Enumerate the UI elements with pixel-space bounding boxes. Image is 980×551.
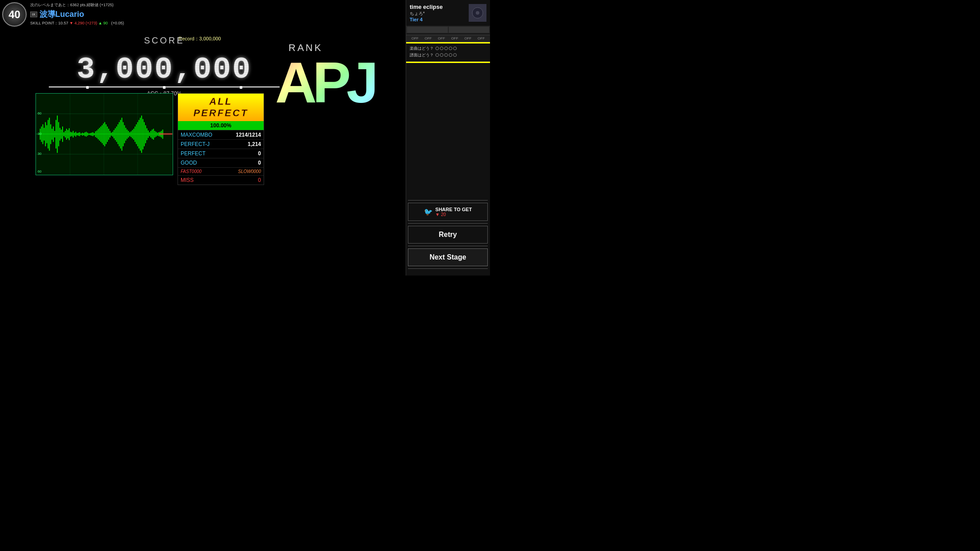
perfectj-label: PERFECT-J	[181, 141, 209, 147]
yellow-bar-2	[406, 62, 490, 63]
skill-row: SKILL POINT：10.57 ▼ 4,290 (+273) ▲ 90 (+…	[30, 20, 124, 26]
sep-1	[408, 200, 488, 201]
player-info: 40 次のレベルまであと：6362 pts.経験値 (+1725) IX 波導L…	[2, 2, 124, 27]
all-perfect-banner: ALL PERFECT	[178, 94, 264, 121]
next-stage-button[interactable]: Next Stage	[408, 248, 488, 266]
score-area: SCORE 3,000,000 ACC：87.70%	[36, 35, 293, 98]
svg-text:60: 60	[38, 169, 42, 173]
chart-rating-label: 譜面はどう？	[410, 52, 434, 58]
bar-dot	[240, 86, 242, 89]
svg-text:60: 60	[38, 111, 42, 115]
bar-dot	[86, 86, 89, 89]
player-badge: IX	[30, 12, 37, 17]
rating-section: 楽曲はどう？ 譜面はどう？	[406, 43, 490, 62]
fast-slow-row: FAST0000 SLOW0000	[178, 167, 264, 175]
svg-text:30: 30	[38, 132, 42, 136]
skill-down: ▼ 4,290 (+273)	[69, 21, 97, 25]
waveform-svg: 60 30 30 60	[36, 94, 173, 175]
sep-3	[408, 246, 488, 246]
player-name: 波導Lucario	[40, 9, 84, 20]
score-bar-container	[49, 87, 280, 89]
chart-circle-4[interactable]	[449, 53, 452, 57]
perfectj-row: PERFECT-J 1,214	[178, 139, 264, 149]
circle-4[interactable]	[449, 47, 452, 50]
circle-1[interactable]	[435, 47, 439, 50]
miss-value: 0	[258, 177, 261, 183]
good-label: GOOD	[181, 160, 197, 166]
player-name-row: IX 波導Lucario	[30, 9, 124, 20]
circle-5[interactable]	[453, 47, 457, 50]
right-panel: time eclipse ちょろ* Tier 4 OFF OFF OFF OFF…	[406, 0, 490, 276]
share-sub-text: ▼ 20	[435, 212, 446, 217]
song-tier: Tier 4	[410, 17, 465, 22]
circle-3[interactable]	[444, 47, 448, 50]
toggle-6: OFF	[478, 36, 485, 40]
svg-point-108	[476, 11, 479, 15]
action-buttons: 🐦 SHARE TO GET ▼ 20 Retry Next Stage	[406, 198, 490, 271]
chart-rating-row: 譜面はどう？	[410, 52, 486, 58]
miss-row: MISS 0	[178, 175, 264, 185]
maxcombo-value: 1214/1214	[236, 132, 261, 138]
chart-circle-2[interactable]	[440, 53, 443, 57]
good-value: 0	[258, 160, 261, 166]
skill-label: SKILL POINT：10.57	[30, 21, 68, 25]
score-bar-dots	[49, 86, 280, 89]
sep-4	[408, 268, 488, 269]
player-details: 次のレベルまであと：6362 pts.経験値 (+1725) IX 波導Luca…	[30, 2, 124, 26]
level-progress: 次のレベルまであと：6362 pts.経験値 (+1725)	[30, 2, 124, 8]
mode-bar-1	[407, 27, 448, 33]
waveform-area: 60 30 30 60	[36, 93, 173, 175]
sep-2	[408, 223, 488, 224]
chart-circle-3[interactable]	[444, 53, 448, 57]
share-text-block: SHARE TO GET ▼ 20	[435, 207, 472, 217]
perfect-label: PERFECT	[181, 150, 205, 157]
song-thumbnail	[469, 4, 486, 22]
skill-up: ▲ 90	[98, 21, 107, 25]
music-rating-row: 楽曲はどう？	[410, 46, 486, 51]
toggle-row: OFF OFF OFF OFF OFF OFF	[406, 35, 490, 42]
fast-label: FAST0000	[181, 169, 202, 174]
skill-change: (+0.05)	[111, 21, 124, 25]
song-info: time eclipse ちょろ* Tier 4	[406, 0, 490, 26]
toggle-3: OFF	[438, 36, 445, 40]
music-rating-circles	[435, 47, 457, 50]
mode-bars	[406, 26, 490, 34]
retry-button[interactable]: Retry	[408, 226, 488, 244]
rank-value: APJ	[275, 50, 374, 115]
chart-rating-circles	[435, 53, 457, 57]
slow-label: SLOW0000	[238, 169, 261, 174]
mode-bar-2	[449, 27, 490, 33]
maxcombo-row: MAXCOMBO 1214/1214	[178, 130, 264, 139]
share-button[interactable]: 🐦 SHARE TO GET ▼ 20	[408, 203, 488, 221]
toggle-4: OFF	[451, 36, 458, 40]
perfectj-value: 1,214	[248, 141, 261, 147]
toggle-1: OFF	[411, 36, 419, 40]
score-label: SCORE	[36, 35, 293, 46]
perfect-row: PERFECT 0	[178, 149, 264, 158]
song-artist: ちょろ*	[410, 11, 465, 17]
share-main-text: SHARE TO GET	[435, 207, 472, 212]
song-title: time eclipse	[410, 4, 465, 11]
music-rating-label: 楽曲はどう？	[410, 46, 434, 51]
toggle-5: OFF	[464, 36, 471, 40]
chart-circle-1[interactable]	[435, 53, 439, 57]
bar-dot	[163, 86, 166, 89]
stats-table: ALL PERFECT 100.00% MAXCOMBO 1214/1214 P…	[178, 93, 264, 185]
score-display: 3,000,000	[36, 52, 293, 87]
progress-bar: 100.00%	[178, 121, 264, 130]
circle-2[interactable]	[440, 47, 443, 50]
toggle-2: OFF	[425, 36, 432, 40]
twitter-icon: 🐦	[424, 208, 433, 216]
maxcombo-label: MAXCOMBO	[181, 132, 212, 138]
chart-circle-5[interactable]	[453, 53, 457, 57]
level-number: 40	[8, 8, 20, 21]
svg-text:30: 30	[38, 152, 42, 156]
level-circle: 40	[2, 2, 27, 27]
miss-label: MISS	[181, 177, 194, 183]
good-row: GOOD 0	[178, 158, 264, 167]
perfect-value: 0	[258, 150, 261, 157]
